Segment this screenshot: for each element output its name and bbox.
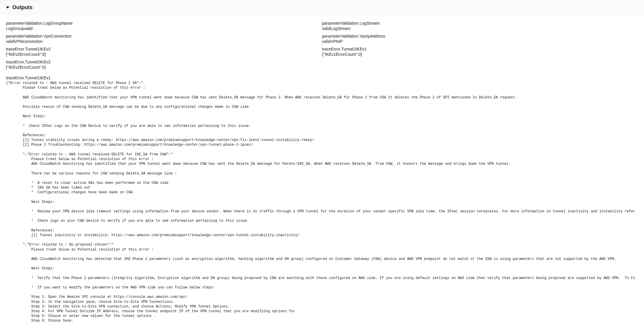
output-value: {"IKEv2ErrorCount":0} xyxy=(6,52,310,57)
output-value: validVPNconnection xyxy=(6,39,310,44)
output-key: traceError.Tunnel1IKEv2 xyxy=(6,47,310,51)
output-value: validVPNIP xyxy=(322,39,626,44)
output-key: parameterValidation.VpnIpAddress xyxy=(322,34,626,38)
output-key: parameterValidation.VpnConnection xyxy=(6,34,310,38)
output-key: traceError.Tunnel2IKEv1 xyxy=(322,47,626,51)
outputs-panel-body: parameterValidation.LogGroupName LogGrou… xyxy=(0,15,644,331)
output-value: LogGroupvalid xyxy=(6,26,310,31)
output-value: validLogStream xyxy=(322,26,626,31)
output-key: traceError.Tunnel2IKEv2 xyxy=(6,60,310,64)
output-value: {"IKEv2ErrorCount":0} xyxy=(6,65,310,70)
output-key: parameterValidation.LogGroupName xyxy=(6,21,310,26)
output-value: {"IKEv1ErrorCount":0} xyxy=(322,52,626,57)
output-key: traceError.Tunnel1IKEv1 xyxy=(6,75,635,80)
output-value-trace-error: {"Error related to : AWS tunnel received… xyxy=(6,81,635,323)
caret-down-icon xyxy=(6,6,9,9)
outputs-panel-title: Outputs xyxy=(12,4,33,11)
output-key: parameterValidation.LogStream xyxy=(322,21,626,26)
outputs-panel-header[interactable]: Outputs xyxy=(0,0,644,15)
